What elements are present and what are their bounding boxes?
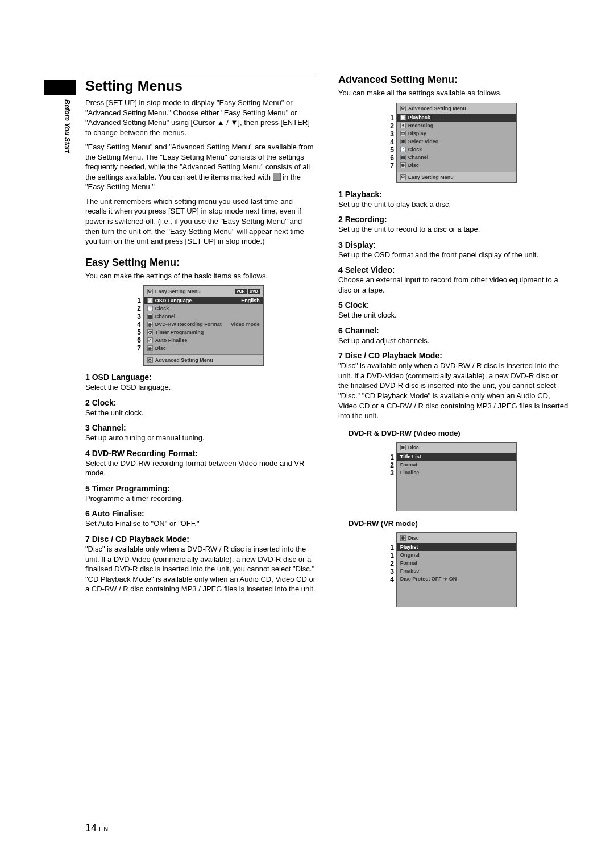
display-icon: ▭: [400, 131, 406, 136]
disc-vr-mode-label: DVD-RW (VR mode): [349, 519, 569, 528]
play-icon: ▶: [400, 115, 406, 120]
adv-item-6-desc: Set up and adjust channels.: [338, 336, 569, 346]
channel-icon: ▦: [400, 155, 406, 160]
disc-icon: ◉: [400, 445, 406, 450]
timer-icon: ⏱: [147, 329, 153, 335]
adv-item-5-head: 5 Clock:: [338, 301, 569, 310]
section-tab: [44, 80, 76, 95]
disc-video-mode-label: DVD-R & DVD-RW (Video mode): [349, 429, 569, 437]
intro-paragraph-1: Press [SET UP] in stop mode to display "…: [85, 98, 316, 137]
finalise-icon: ✓: [147, 337, 153, 343]
adv-item-2-head: 2 Recording:: [338, 215, 569, 224]
lang-icon: A: [147, 298, 153, 303]
clock-icon: 🕐: [400, 147, 406, 152]
easy-item-3-desc: Set up auto tuning or manual tuning.: [85, 433, 316, 443]
right-column: Advanced Setting Menu: You can make all …: [338, 74, 569, 614]
adv-item-7-desc: "Disc" is available only when a DVD-RW /…: [338, 361, 569, 420]
easy-menu-heading: Easy Setting Menu:: [85, 257, 316, 269]
disc-video-osd-figure: 1 2 3 ◉Disc Title List Format Finalise: [338, 442, 569, 511]
intro-paragraph-2: "Easy Setting Menu" and "Advanced Settin…: [85, 142, 316, 192]
adv-item-3-head: 3 Display:: [338, 240, 569, 249]
disc-vr-osd-panel: ◉Disc Playlist Original Format Finalise …: [396, 532, 517, 607]
easy-item-6-head: 6 Auto Finalise:: [85, 509, 316, 518]
easy-item-2-head: 2 Clock:: [85, 398, 316, 407]
left-column: Setting Menus Press [SET UP] in stop mod…: [85, 74, 316, 614]
adv-item-1-desc: Set up the unit to play back a disc.: [338, 199, 569, 210]
advanced-osd-callouts: 1 2 3 4 5 6 7: [390, 103, 396, 183]
adv-item-7-head: 7 Disc / CD Playback Mode:: [338, 351, 569, 360]
record-icon: ●: [400, 123, 406, 128]
advanced-menu-lead: You can make all the settings available …: [338, 88, 569, 98]
easy-osd-panel: ⚙Easy Setting Menu VCR DVD AOSD Language…: [143, 285, 264, 366]
easy-item-5-head: 5 Timer Programming:: [85, 484, 316, 493]
wrench-icon: ⚙: [147, 357, 153, 363]
easy-item-2-desc: Set the unit clock.: [85, 408, 316, 418]
easy-mark-icon: [273, 173, 281, 181]
easy-item-4-desc: Select the DVD-RW recording format betwe…: [85, 458, 316, 478]
page-title: Setting Menus: [85, 74, 316, 94]
disc-icon: ◉: [400, 535, 406, 541]
adv-item-3-desc: Set up the OSD format and the front pane…: [338, 250, 569, 260]
disc-video-osd-callouts: 1 2 3: [390, 442, 396, 511]
easy-osd-figure: 1 2 3 4 5 6 7 ⚙Easy Setting Menu VCR DVD…: [85, 285, 316, 366]
easy-item-3-head: 3 Channel:: [85, 423, 316, 432]
easy-menu-lead: You can make the settings of the basic i…: [85, 271, 316, 281]
disc-vr-osd-callouts: 1 1 2 3 4: [390, 532, 396, 607]
easy-item-5-desc: Programme a timer recording.: [85, 494, 316, 504]
easy-osd-callouts: 1 2 3 4 5 6 7: [137, 285, 143, 366]
easy-item-7-head: 7 Disc / CD Playback Mode:: [85, 535, 316, 544]
adv-item-4-head: 4 Select Video:: [338, 265, 569, 274]
intro-paragraph-3: The unit remembers which setting menu yo…: [85, 197, 316, 247]
advanced-osd-panel: ⚙Advanced Setting Menu ▶Playback ●Record…: [396, 103, 517, 183]
disc-video-osd-panel: ◉Disc Title List Format Finalise: [396, 442, 517, 511]
easy-item-6-desc: Set Auto Finalise to "ON" or "OFF.": [85, 519, 316, 529]
wrench-icon: ⚙: [400, 174, 406, 180]
disc-icon: ◉: [147, 345, 153, 351]
advanced-osd-figure: 1 2 3 4 5 6 7 ⚙Advanced Setting Menu ▶Pl…: [338, 103, 569, 183]
advanced-menu-heading: Advanced Setting Menu:: [338, 74, 569, 86]
easy-item-7-desc: "Disc" is available only when a DVD-RW /…: [85, 544, 316, 594]
easy-item-4-head: 4 DVD-RW Recording Format:: [85, 449, 316, 458]
easy-item-1-desc: Select the OSD language.: [85, 382, 316, 393]
channel-icon: ▦: [147, 314, 153, 319]
page-number: 14 EN: [85, 822, 109, 834]
easy-item-1-head: 1 OSD Language:: [85, 373, 316, 382]
video-icon: ▣: [400, 139, 406, 144]
adv-item-1-head: 1 Playback:: [338, 190, 569, 199]
adv-item-6-head: 6 Channel:: [338, 326, 569, 335]
wrench-icon: ⚙: [147, 289, 153, 294]
clock-icon: 🕐: [147, 306, 153, 311]
disc-vr-osd-figure: 1 1 2 3 4 ◉Disc Playlist Original Format…: [338, 532, 569, 607]
adv-item-4-desc: Choose an external input to record from …: [338, 275, 569, 295]
section-tab-label: Before You Start: [63, 99, 71, 153]
adv-item-5-desc: Set the unit clock.: [338, 310, 569, 320]
adv-item-2-desc: Set up the unit to record to a disc or a…: [338, 224, 569, 235]
disc-icon: ◉: [400, 162, 406, 168]
wrench-icon: ⚙: [400, 106, 406, 111]
disc-icon: ◉: [147, 322, 153, 327]
